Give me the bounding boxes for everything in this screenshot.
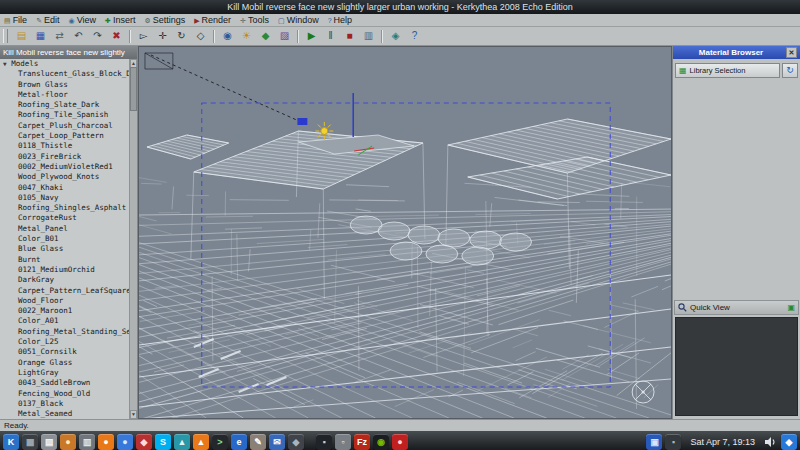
taskbar-app-icon[interactable]: Fz	[354, 434, 370, 450]
taskbar-app-icon[interactable]: ▤	[41, 434, 57, 450]
scene-tree-scrollbar[interactable]: ▲ ▼	[129, 59, 137, 419]
toolbar-button[interactable]: ☀	[238, 28, 255, 45]
tree-item-material[interactable]: Burnt	[0, 255, 130, 265]
taskbar-app-icon[interactable]: >	[212, 434, 228, 450]
menu-item[interactable]: ▢ Window	[278, 15, 319, 25]
tree-item-material[interactable]: Roofing_Metal_Standing_Seam_Red	[0, 327, 130, 337]
menu-item[interactable]: ▶ Render	[194, 15, 231, 25]
toolbar-button[interactable]: ▻	[135, 28, 152, 45]
refresh-icon[interactable]: ↻	[782, 63, 798, 78]
tree-item-material[interactable]: Wood_Floor	[0, 296, 130, 306]
tree-item-material[interactable]: 0051_Cornsilk	[0, 347, 130, 357]
scene-tree-header[interactable]: Kill Mobil reverse face new slightly	[0, 46, 137, 59]
tree-item-material[interactable]: 0022_Maroon1	[0, 306, 130, 316]
toolbar-button[interactable]: ✛	[154, 28, 171, 45]
tree-item-material[interactable]: Carpet_Pattern_LeafSquares_Tan	[0, 286, 130, 296]
tree-item-material[interactable]: CorrogateRust	[0, 213, 130, 223]
tray-icon[interactable]: ◆	[781, 434, 797, 450]
taskbar-app-icon[interactable]: ▲	[174, 434, 190, 450]
taskbar-app-icon[interactable]: ▥	[79, 434, 95, 450]
taskbar-app-icon[interactable]: ●	[60, 434, 76, 450]
tree-item-material[interactable]: Wood_Plywood_Knots	[0, 172, 130, 182]
tree-item-material[interactable]: Roofing_Shingles_Asphalt	[0, 203, 130, 213]
toolbar-button[interactable]: ◈	[387, 28, 404, 45]
taskbar-app-icon[interactable]: ●	[117, 434, 133, 450]
taskbar-app-icon[interactable]: ▫	[335, 434, 351, 450]
taskbar-app-icon[interactable]: S	[155, 434, 171, 450]
tree-item-material[interactable]: Color_B01	[0, 234, 130, 244]
taskbar-app-icon[interactable]: ▪	[316, 434, 332, 450]
toolbar-button[interactable]: ↷	[89, 28, 106, 45]
menu-item[interactable]: ? Help	[328, 15, 352, 25]
toolbar-button[interactable]: ⇄	[51, 28, 68, 45]
taskbar-app-icon[interactable]: ▲	[193, 434, 209, 450]
toolbar-button[interactable]: ?	[406, 28, 423, 45]
close-icon[interactable]: ✕	[786, 47, 797, 58]
tree-item-material[interactable]: Roofing_Tile_Spanish	[0, 110, 130, 120]
taskbar-app-icon[interactable]: ◆	[136, 434, 152, 450]
tree-item-material[interactable]: Brown Glass	[0, 80, 130, 90]
viewport-canvas[interactable]	[139, 47, 671, 418]
tree-item-material[interactable]: LightGray	[0, 368, 130, 378]
toolbar-button[interactable]: ↶	[70, 28, 87, 45]
taskbar-app-icon[interactable]: ◆	[288, 434, 304, 450]
volume-icon[interactable]	[764, 436, 778, 448]
material-browser-titlebar[interactable]: Material Browser ✕	[673, 46, 800, 59]
taskbar-app-icon[interactable]: e	[231, 434, 247, 450]
toolbar-button[interactable]: ▨	[276, 28, 293, 45]
tree-item-material[interactable]: Roofing_Slate_Dark	[0, 100, 130, 110]
viewport-3d[interactable]	[138, 46, 672, 419]
menu-item[interactable]: ▤ File	[4, 15, 27, 25]
tree-item-material[interactable]: Orange Glass	[0, 358, 130, 368]
tree-item-material[interactable]: DarkGray	[0, 275, 130, 285]
quick-view-apply-icon[interactable]: ▣	[787, 303, 795, 312]
tree-item-material[interactable]: Carpet_Loop_Pattern	[0, 131, 130, 141]
tree-item-material[interactable]: Color_L25	[0, 337, 130, 347]
taskbar-app-icon[interactable]: ◉	[373, 434, 389, 450]
toolbar-button[interactable]: ▦	[32, 28, 49, 45]
tray-icon[interactable]: ▪	[665, 434, 681, 450]
tree-item-material[interactable]: Carpet_Plush_Charcoal	[0, 121, 130, 131]
scrollbar-thumb[interactable]	[130, 67, 137, 111]
toolbar-button[interactable]: ↻	[173, 28, 190, 45]
taskbar-app-icon[interactable]: K	[3, 434, 19, 450]
tree-item-material[interactable]: 0137_Black	[0, 399, 130, 409]
library-selection-button[interactable]: ▦ Library Selection	[675, 63, 780, 78]
tree-expand-icon[interactable]: ▼	[3, 60, 7, 67]
toolbar-button[interactable]: ▥	[360, 28, 377, 45]
toolbar-button[interactable]: ■	[341, 28, 358, 45]
taskbar-app-icon[interactable]: ▦	[22, 434, 38, 450]
toolbar-button[interactable]: ✖	[108, 28, 125, 45]
menu-item[interactable]: ◉ View	[69, 15, 96, 25]
tree-item-material[interactable]: Color_A01	[0, 316, 130, 326]
tree-item-material[interactable]: 0043_SaddleBrown	[0, 378, 130, 388]
menu-item[interactable]: ✚ Insert	[105, 15, 135, 25]
taskbar-app-icon[interactable]: ●	[98, 434, 114, 450]
tree-item-material[interactable]: 0023_FireBrick	[0, 152, 130, 162]
toolbar-button[interactable]: ◇	[192, 28, 209, 45]
tree-item-material[interactable]: Fencing_Wood_Old	[0, 389, 130, 399]
tree-item-material[interactable]: Metal-floor	[0, 90, 130, 100]
title-bar[interactable]: Kill Mobil reverse face new slightly lar…	[0, 0, 800, 14]
toolbar-button[interactable]: ▤	[13, 28, 30, 45]
tree-item-material[interactable]: 0118_Thistle	[0, 141, 130, 151]
tree-root-models[interactable]: ▼ Models	[0, 59, 130, 69]
tree-item-material[interactable]: 0121_MediumOrchid	[0, 265, 130, 275]
menu-item[interactable]: ⚙ Settings	[144, 15, 185, 25]
quick-view-bar[interactable]: Quick View ▣	[674, 300, 799, 315]
tree-item-material[interactable]: Metal_Panel	[0, 224, 130, 234]
toolbar-button[interactable]: ▶	[303, 28, 320, 45]
clock[interactable]: Sat Apr 7, 19:13	[690, 437, 755, 447]
tree-item-material[interactable]: Translucent_Glass_Block_Dark	[0, 69, 130, 79]
tree-item-material[interactable]: 0047_Khaki	[0, 183, 130, 193]
scroll-down-icon[interactable]: ▼	[130, 410, 137, 419]
toolbar-button[interactable]: ‖	[322, 28, 339, 45]
toolbar-button[interactable]: ◉	[219, 28, 236, 45]
toolbar-grip[interactable]	[3, 29, 8, 43]
taskbar-app-icon[interactable]: ✉	[269, 434, 285, 450]
taskbar-app-icon[interactable]: ✎	[250, 434, 266, 450]
tree-item-material[interactable]: Metal_Seamed	[0, 409, 130, 419]
toolbar-button[interactable]: ◆	[257, 28, 274, 45]
taskbar-app-icon[interactable]: ●	[392, 434, 408, 450]
tree-item-material[interactable]: 0002_MediumVioletRed1	[0, 162, 130, 172]
